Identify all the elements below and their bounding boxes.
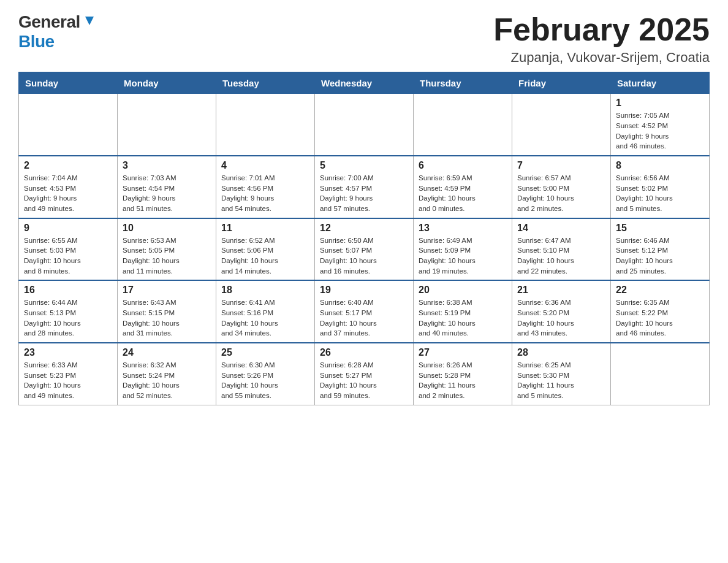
day-number: 17	[123, 285, 211, 296]
location-title: Zupanja, Vukovar-Srijem, Croatia	[493, 50, 710, 66]
day-info: Sunrise: 6:36 AM Sunset: 5:20 PM Dayligh…	[517, 297, 605, 339]
day-info: Sunrise: 6:53 AM Sunset: 5:05 PM Dayligh…	[123, 236, 211, 277]
table-row: 11Sunrise: 6:52 AM Sunset: 5:06 PM Dayli…	[216, 218, 315, 281]
table-row: 3Sunrise: 7:03 AM Sunset: 4:54 PM Daylig…	[118, 156, 216, 218]
day-number: 25	[221, 347, 309, 358]
day-number: 16	[24, 285, 112, 296]
calendar-header-row: Sunday Monday Tuesday Wednesday Thursday…	[19, 72, 710, 94]
day-number: 5	[320, 160, 408, 171]
table-row: 1Sunrise: 7:05 AM Sunset: 4:52 PM Daylig…	[611, 94, 710, 156]
table-row: 18Sunrise: 6:41 AM Sunset: 5:16 PM Dayli…	[216, 280, 315, 343]
day-number: 23	[24, 347, 112, 358]
table-row	[414, 94, 512, 156]
col-sunday: Sunday	[19, 72, 118, 94]
table-row: 8Sunrise: 6:56 AM Sunset: 5:02 PM Daylig…	[611, 156, 710, 218]
table-row: 10Sunrise: 6:53 AM Sunset: 5:05 PM Dayli…	[118, 218, 216, 281]
calendar-week-row: 23Sunrise: 6:33 AM Sunset: 5:23 PM Dayli…	[19, 343, 710, 405]
table-row: 2Sunrise: 7:04 AM Sunset: 4:53 PM Daylig…	[19, 156, 118, 218]
day-number: 19	[320, 285, 408, 296]
table-row	[315, 94, 414, 156]
day-info: Sunrise: 7:03 AM Sunset: 4:54 PM Dayligh…	[123, 173, 211, 214]
day-number: 12	[320, 223, 408, 234]
day-info: Sunrise: 6:32 AM Sunset: 5:24 PM Dayligh…	[123, 360, 211, 401]
table-row: 22Sunrise: 6:35 AM Sunset: 5:22 PM Dayli…	[611, 280, 710, 343]
table-row: 27Sunrise: 6:26 AM Sunset: 5:28 PM Dayli…	[414, 343, 512, 405]
day-number: 15	[616, 223, 704, 234]
table-row: 28Sunrise: 6:25 AM Sunset: 5:30 PM Dayli…	[512, 343, 611, 405]
table-row	[118, 94, 216, 156]
day-info: Sunrise: 6:41 AM Sunset: 5:16 PM Dayligh…	[221, 297, 309, 339]
table-row: 6Sunrise: 6:59 AM Sunset: 4:59 PM Daylig…	[414, 156, 512, 218]
table-row: 25Sunrise: 6:30 AM Sunset: 5:26 PM Dayli…	[216, 343, 315, 405]
col-saturday: Saturday	[611, 72, 710, 94]
table-row: 15Sunrise: 6:46 AM Sunset: 5:12 PM Dayli…	[611, 218, 710, 281]
day-number: 8	[616, 160, 704, 171]
day-number: 11	[221, 223, 309, 234]
table-row: 21Sunrise: 6:36 AM Sunset: 5:20 PM Dayli…	[512, 280, 611, 343]
table-row: 16Sunrise: 6:44 AM Sunset: 5:13 PM Dayli…	[19, 280, 118, 343]
day-info: Sunrise: 6:35 AM Sunset: 5:22 PM Dayligh…	[616, 297, 704, 339]
calendar-week-row: 1Sunrise: 7:05 AM Sunset: 4:52 PM Daylig…	[19, 94, 710, 156]
col-thursday: Thursday	[414, 72, 512, 94]
table-row: 13Sunrise: 6:49 AM Sunset: 5:09 PM Dayli…	[414, 218, 512, 281]
page-header: General Blue February 2025 Zupanja, Vuko…	[18, 12, 710, 66]
table-row: 14Sunrise: 6:47 AM Sunset: 5:10 PM Dayli…	[512, 218, 611, 281]
day-info: Sunrise: 6:26 AM Sunset: 5:28 PM Dayligh…	[419, 360, 507, 401]
day-number: 6	[419, 160, 507, 171]
day-info: Sunrise: 6:40 AM Sunset: 5:17 PM Dayligh…	[320, 297, 408, 339]
table-row: 24Sunrise: 6:32 AM Sunset: 5:24 PM Dayli…	[118, 343, 216, 405]
col-wednesday: Wednesday	[315, 72, 414, 94]
day-number: 13	[419, 223, 507, 234]
table-row: 4Sunrise: 7:01 AM Sunset: 4:56 PM Daylig…	[216, 156, 315, 218]
day-info: Sunrise: 6:59 AM Sunset: 4:59 PM Dayligh…	[419, 173, 507, 214]
col-friday: Friday	[512, 72, 611, 94]
day-info: Sunrise: 6:30 AM Sunset: 5:26 PM Dayligh…	[221, 360, 309, 401]
day-number: 22	[616, 285, 704, 296]
day-number: 3	[123, 160, 211, 171]
day-info: Sunrise: 6:47 AM Sunset: 5:10 PM Dayligh…	[517, 236, 605, 277]
day-info: Sunrise: 6:56 AM Sunset: 5:02 PM Dayligh…	[616, 173, 704, 214]
table-row: 23Sunrise: 6:33 AM Sunset: 5:23 PM Dayli…	[19, 343, 118, 405]
logo-arrow-icon	[83, 14, 96, 28]
day-number: 9	[24, 223, 112, 234]
table-row: 9Sunrise: 6:55 AM Sunset: 5:03 PM Daylig…	[19, 218, 118, 281]
table-row	[19, 94, 118, 156]
day-info: Sunrise: 6:49 AM Sunset: 5:09 PM Dayligh…	[419, 236, 507, 277]
logo-general-text: General	[18, 12, 80, 32]
title-block: February 2025 Zupanja, Vukovar-Srijem, C…	[493, 12, 710, 66]
day-info: Sunrise: 6:33 AM Sunset: 5:23 PM Dayligh…	[24, 360, 112, 401]
table-row: 12Sunrise: 6:50 AM Sunset: 5:07 PM Dayli…	[315, 218, 414, 281]
table-row	[216, 94, 315, 156]
day-info: Sunrise: 6:28 AM Sunset: 5:27 PM Dayligh…	[320, 360, 408, 401]
day-info: Sunrise: 7:00 AM Sunset: 4:57 PM Dayligh…	[320, 173, 408, 214]
month-title: February 2025	[493, 12, 710, 47]
table-row	[512, 94, 611, 156]
table-row: 7Sunrise: 6:57 AM Sunset: 5:00 PM Daylig…	[512, 156, 611, 218]
day-info: Sunrise: 7:05 AM Sunset: 4:52 PM Dayligh…	[616, 110, 704, 151]
day-info: Sunrise: 6:38 AM Sunset: 5:19 PM Dayligh…	[419, 297, 507, 339]
day-info: Sunrise: 6:46 AM Sunset: 5:12 PM Dayligh…	[616, 236, 704, 277]
calendar-table: Sunday Monday Tuesday Wednesday Thursday…	[18, 72, 710, 405]
table-row: 19Sunrise: 6:40 AM Sunset: 5:17 PM Dayli…	[315, 280, 414, 343]
day-info: Sunrise: 6:52 AM Sunset: 5:06 PM Dayligh…	[221, 236, 309, 277]
day-info: Sunrise: 6:25 AM Sunset: 5:30 PM Dayligh…	[517, 360, 605, 401]
day-number: 20	[419, 285, 507, 296]
table-row: 17Sunrise: 6:43 AM Sunset: 5:15 PM Dayli…	[118, 280, 216, 343]
day-number: 26	[320, 347, 408, 358]
col-tuesday: Tuesday	[216, 72, 315, 94]
col-monday: Monday	[118, 72, 216, 94]
day-info: Sunrise: 6:43 AM Sunset: 5:15 PM Dayligh…	[123, 297, 211, 339]
day-info: Sunrise: 7:01 AM Sunset: 4:56 PM Dayligh…	[221, 173, 309, 214]
table-row: 20Sunrise: 6:38 AM Sunset: 5:19 PM Dayli…	[414, 280, 512, 343]
calendar-week-row: 9Sunrise: 6:55 AM Sunset: 5:03 PM Daylig…	[19, 218, 710, 281]
day-number: 21	[517, 285, 605, 296]
day-number: 10	[123, 223, 211, 234]
day-number: 18	[221, 285, 309, 296]
day-info: Sunrise: 6:44 AM Sunset: 5:13 PM Dayligh…	[24, 297, 112, 339]
calendar-week-row: 2Sunrise: 7:04 AM Sunset: 4:53 PM Daylig…	[19, 156, 710, 218]
logo-blue-text: Blue	[18, 32, 55, 52]
day-info: Sunrise: 6:55 AM Sunset: 5:03 PM Dayligh…	[24, 236, 112, 277]
svg-marker-0	[85, 17, 94, 25]
day-info: Sunrise: 6:57 AM Sunset: 5:00 PM Dayligh…	[517, 173, 605, 214]
day-info: Sunrise: 7:04 AM Sunset: 4:53 PM Dayligh…	[24, 173, 112, 214]
